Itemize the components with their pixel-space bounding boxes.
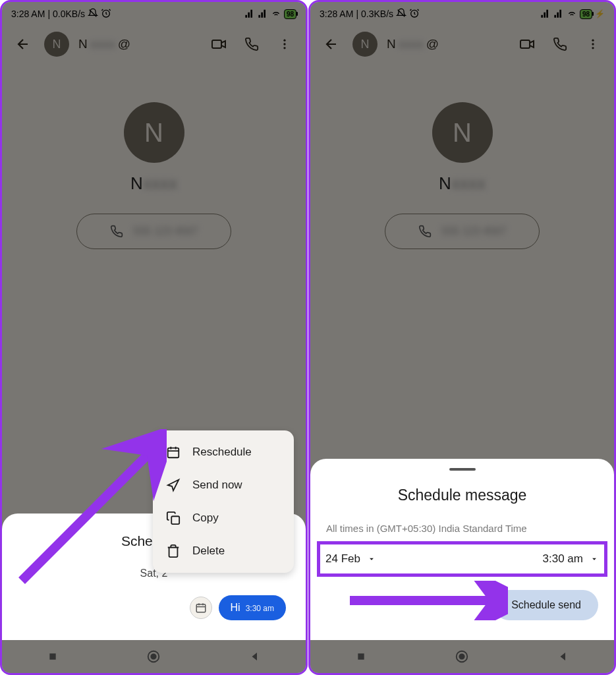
svg-rect-9 bbox=[49, 653, 55, 659]
svg-rect-7 bbox=[171, 516, 179, 524]
navigation-bar bbox=[2, 640, 306, 673]
time-picker[interactable]: 3:30 am bbox=[543, 552, 599, 566]
screenshot-right: 3:28 AM | 0.3KB/s 98 ⚡ N N xxxx @ bbox=[308, 0, 616, 675]
navigation-bar bbox=[310, 640, 614, 673]
schedule-message-sheet: Schedule message All times in (GMT+05:30… bbox=[310, 459, 614, 641]
nav-back[interactable] bbox=[248, 649, 262, 664]
bubble-text: Hi bbox=[231, 602, 240, 614]
menu-delete[interactable]: Delete bbox=[153, 535, 294, 568]
chevron-down-icon bbox=[367, 554, 376, 564]
drag-handle[interactable] bbox=[449, 468, 476, 471]
schedule-title: Schedule message bbox=[326, 486, 598, 504]
date-picker[interactable]: 24 Feb bbox=[325, 552, 376, 566]
nav-back[interactable] bbox=[556, 649, 571, 664]
nav-home[interactable] bbox=[146, 649, 161, 664]
svg-rect-6 bbox=[168, 448, 179, 458]
datetime-picker-row: 24 Feb 3:30 am bbox=[317, 541, 607, 577]
scheduled-message-bubble[interactable]: Hi 3:30 am bbox=[219, 595, 286, 620]
context-menu: Reschedule Send now Copy Delete bbox=[153, 430, 294, 573]
timezone-text: All times in (GMT+05:30) India Standard … bbox=[326, 521, 598, 537]
chevron-down-icon bbox=[590, 554, 599, 564]
schedule-send-button[interactable]: Schedule send bbox=[494, 590, 598, 620]
menu-send-now[interactable]: Send now bbox=[153, 469, 294, 502]
screenshot-left: 3:28 AM | 0.0KB/s 98 N N xxxx @ bbox=[0, 0, 308, 675]
schedule-icon bbox=[190, 597, 212, 619]
menu-copy[interactable]: Copy bbox=[153, 502, 294, 535]
nav-home[interactable] bbox=[455, 649, 469, 664]
svg-point-20 bbox=[460, 654, 464, 659]
svg-rect-18 bbox=[358, 653, 364, 659]
nav-recent[interactable] bbox=[45, 649, 60, 664]
svg-rect-5 bbox=[196, 604, 206, 612]
nav-recent[interactable] bbox=[354, 649, 368, 664]
bubble-time: 3:30 am bbox=[246, 604, 274, 613]
svg-point-11 bbox=[152, 654, 156, 659]
menu-reschedule[interactable]: Reschedule bbox=[153, 436, 294, 469]
